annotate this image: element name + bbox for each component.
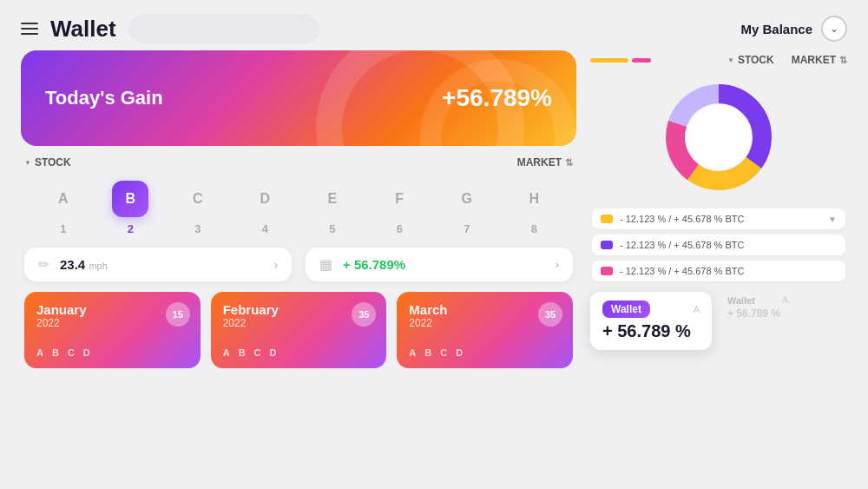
month-tab-feb-c[interactable]: C xyxy=(254,347,261,358)
svg-point-5 xyxy=(686,104,752,170)
month-year-jan: 2022 xyxy=(36,317,188,329)
alpha-number-3: 3 xyxy=(194,222,201,235)
month-tab-mar-a[interactable]: A xyxy=(409,347,416,358)
gain-value: +56.789% xyxy=(442,84,552,112)
wallet-ghost-header: Wallet A xyxy=(727,295,788,306)
alpha-letter-g: G xyxy=(449,181,485,217)
alpha-item-b[interactable]: B 2 xyxy=(112,181,148,235)
stat-gain-arrow[interactable]: › xyxy=(556,258,559,271)
month-tab-feb-d[interactable]: D xyxy=(270,347,277,358)
alpha-letter-d: D xyxy=(247,181,283,217)
alpha-item-e[interactable]: E 5 xyxy=(314,181,351,235)
stat-speed-value: 23.4 mph xyxy=(60,257,264,272)
market-label[interactable]: MARKET xyxy=(517,156,573,169)
bar-pink xyxy=(632,58,651,63)
wallet-ghost-tab: Wallet xyxy=(727,295,755,306)
header-left: Wallet xyxy=(21,14,319,43)
main-content: Today's Gain +56.789% STOCK MARKET A 1 B… xyxy=(0,50,868,480)
month-badge-mar: 35 xyxy=(538,302,562,327)
stat-card-gain: ▦ + 56.789% › xyxy=(306,248,573,281)
right-stock-label[interactable]: STOCK xyxy=(727,54,774,66)
month-card-february[interactable]: February 2022 35 A B C D xyxy=(211,292,387,368)
wallet-ghost-a: A xyxy=(782,295,788,306)
search-input[interactable] xyxy=(128,14,319,43)
alpha-item-g[interactable]: G 7 xyxy=(449,181,485,235)
alpha-grid: A 1 B 2 C 3 D 4 E 5 F 6 xyxy=(21,179,576,237)
month-tab-mar-d[interactable]: D xyxy=(456,347,463,358)
page-title: Wallet xyxy=(50,16,116,43)
legend-text-purple: - 12.123 % / + 45.678 % BTC xyxy=(620,240,837,250)
wallet-tab-active[interactable]: Wallet xyxy=(602,301,650,318)
legend-dot-gold xyxy=(601,215,613,223)
alpha-number-2: 2 xyxy=(128,222,134,235)
wallet-ghost-value: + 56.789 % xyxy=(727,307,788,320)
stock-label[interactable]: STOCK xyxy=(24,156,71,169)
alpha-item-h[interactable]: H 8 xyxy=(516,181,552,235)
month-tab-feb-a[interactable]: A xyxy=(223,347,230,358)
alpha-letter-e: E xyxy=(314,181,351,217)
month-tab-mar-b[interactable]: B xyxy=(424,347,431,358)
balance-chevron-button[interactable]: ⌄ xyxy=(821,16,847,42)
legend-items: - 12.123 % / + 45.678 % BTC ▼ - 12.123 %… xyxy=(590,208,847,281)
stats-row: ✏ 23.4 mph › ▦ + 56.789% › xyxy=(21,248,576,281)
donut-container xyxy=(590,73,847,202)
wallet-tooltip-area: Wallet A + 56.789 % Wallet A + 56.789 % xyxy=(590,288,847,350)
month-tab-mar-c[interactable]: C xyxy=(440,347,447,358)
right-labels: STOCK MARKET xyxy=(727,54,847,66)
donut-chart xyxy=(658,76,779,198)
month-tab-jan-b[interactable]: B xyxy=(52,347,59,358)
alpha-item-a[interactable]: A 1 xyxy=(45,181,82,235)
legend-text-gold: - 12.123 % / + 45.678 % BTC xyxy=(620,214,821,224)
right-market-label[interactable]: MARKET xyxy=(792,54,847,66)
left-panel: Today's Gain +56.789% STOCK MARKET A 1 B… xyxy=(21,50,576,480)
pencil-icon: ✏ xyxy=(38,256,49,273)
stat-speed-arrow[interactable]: › xyxy=(274,258,278,271)
alpha-number-1: 1 xyxy=(60,222,66,235)
alpha-number-4: 4 xyxy=(262,222,268,235)
alpha-letter-c: C xyxy=(180,181,216,217)
todays-gain-card: Today's Gain +56.789% xyxy=(21,50,576,146)
month-tabs-mar: A B C D xyxy=(409,347,561,358)
legend-item-pink[interactable]: - 12.123 % / + 45.678 % BTC xyxy=(592,261,845,281)
wallet-ghost-card: Wallet A + 56.789 % xyxy=(719,288,797,350)
right-stock-row: STOCK MARKET xyxy=(590,54,847,66)
stock-market-row: STOCK MARKET xyxy=(21,156,576,169)
month-tab-jan-d[interactable]: D xyxy=(83,347,90,358)
alpha-item-d[interactable]: D 4 xyxy=(247,181,283,235)
alpha-item-c[interactable]: C 3 xyxy=(180,181,216,235)
months-row: January 2022 15 A B C D February 2022 35 xyxy=(21,292,576,368)
right-stock-bar xyxy=(590,58,651,63)
alpha-number-6: 6 xyxy=(397,222,403,235)
stat-card-speed: ✏ 23.4 mph › xyxy=(24,248,292,281)
month-badge-jan: 15 xyxy=(166,302,190,327)
gain-title: Today's Gain xyxy=(45,87,163,109)
month-tab-jan-a[interactable]: A xyxy=(36,347,43,358)
alpha-letter-f: F xyxy=(381,181,418,217)
month-card-march[interactable]: March 2022 35 A B C D xyxy=(397,292,573,368)
header: Wallet My Balance ⌄ xyxy=(0,0,868,50)
legend-dot-purple xyxy=(601,241,613,249)
my-balance-label: My Balance xyxy=(740,22,812,36)
wallet-tooltip: Wallet A + 56.789 % xyxy=(590,292,712,350)
month-tab-feb-b[interactable]: B xyxy=(239,347,246,358)
wallet-a-label: A xyxy=(694,304,700,314)
alpha-letter-h: H xyxy=(516,181,552,217)
alpha-letter-a: A xyxy=(45,181,82,217)
month-tab-jan-c[interactable]: C xyxy=(68,347,75,358)
alpha-number-5: 5 xyxy=(329,222,335,235)
legend-item-purple[interactable]: - 12.123 % / + 45.678 % BTC xyxy=(592,235,845,255)
month-card-january[interactable]: January 2022 15 A B C D xyxy=(24,292,201,368)
chart-icon: ▦ xyxy=(319,256,332,273)
alpha-item-f[interactable]: F 6 xyxy=(381,181,418,235)
wallet-value: + 56.789 % xyxy=(602,321,700,341)
legend-text-pink: - 12.123 % / + 45.678 % BTC xyxy=(620,266,837,276)
hamburger-menu[interactable] xyxy=(21,23,38,35)
right-panel: STOCK MARKET xyxy=(576,50,847,480)
alpha-number-8: 8 xyxy=(531,222,537,235)
month-year-mar: 2022 xyxy=(409,317,561,329)
chevron-down-icon-gold: ▼ xyxy=(828,215,837,224)
legend-dot-pink xyxy=(601,267,613,275)
alpha-number-7: 7 xyxy=(464,222,470,235)
bar-gold xyxy=(590,58,628,63)
legend-item-gold[interactable]: - 12.123 % / + 45.678 % BTC ▼ xyxy=(592,208,845,229)
